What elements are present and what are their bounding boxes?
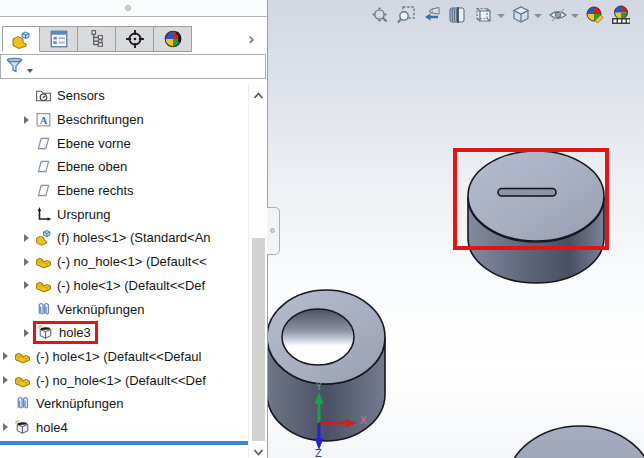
configurationmanager-tab-icon xyxy=(87,29,107,49)
triad-y-label: Y xyxy=(315,381,323,392)
scroll-up-icon[interactable] xyxy=(252,88,265,100)
expand-arrow-icon[interactable] xyxy=(3,423,8,431)
zoom-to-area-button[interactable] xyxy=(396,5,416,25)
part-hole3-cylinder[interactable] xyxy=(468,151,604,283)
part-component-icon xyxy=(35,277,52,294)
tree-item-hole-1-default-def[interactable]: (-) hole<1> (Default<<Def xyxy=(0,274,248,298)
splitter-dot[interactable] xyxy=(125,5,131,11)
scroll-down-icon[interactable] xyxy=(252,444,265,456)
featuremanager-tab-icon xyxy=(10,29,32,49)
tab-displaymanager[interactable] xyxy=(154,26,192,52)
tree-scrollbar[interactable] xyxy=(248,84,266,458)
tree-item-sensors[interactable]: Sensors xyxy=(0,84,248,108)
tree-item-label: Verknüpfungen xyxy=(57,302,144,317)
expand-arrow-icon[interactable] xyxy=(24,329,29,337)
tree-item-hole4[interactable]: hole4 xyxy=(0,416,248,440)
part-component-icon xyxy=(14,348,31,365)
tree-item-ebene-vorne[interactable]: Ebene vorne xyxy=(0,131,248,155)
slot-feature[interactable] xyxy=(498,189,556,197)
displaymanager-tab-icon xyxy=(163,29,183,49)
panel-splitter-handle[interactable] xyxy=(267,207,280,255)
part-bottom-right-ring[interactable] xyxy=(507,426,644,458)
mates-icon xyxy=(14,395,31,412)
apply-scene-button[interactable] xyxy=(611,5,631,25)
expand-arrow-icon[interactable] xyxy=(3,376,8,384)
tree-item-verkn-pfungen[interactable]: Verknüpfungen xyxy=(0,297,248,321)
zoom-to-area-icon xyxy=(396,5,416,25)
tree-item-label: (-) hole<1> (Default<<Def xyxy=(57,278,205,293)
tab-featuremanager[interactable] xyxy=(2,26,40,52)
highlight-box-hole3: hole3 xyxy=(33,321,98,344)
tree-item-label: (f) holes<1> (Standard<An xyxy=(57,230,211,245)
view-orientation-button[interactable] xyxy=(474,5,505,25)
expand-arrow-icon[interactable] xyxy=(24,116,29,124)
mates-icon xyxy=(35,301,52,318)
display-style-icon xyxy=(511,5,531,25)
tree-item-label: Ursprung xyxy=(57,207,110,222)
rollback-bar[interactable] xyxy=(0,441,248,445)
solidworks-window: { "sidebar": { "tabs": [ {"name": "featu… xyxy=(0,0,644,458)
hole-feature-icon xyxy=(37,324,54,341)
apply-scene-icon xyxy=(611,5,631,25)
origin-icon xyxy=(35,206,52,223)
tree-item-beschriftungen[interactable]: ABeschriftungen xyxy=(0,108,248,132)
tree-item-no-hole-1-default-def[interactable]: (-) no_hole<1> (Default<<Def xyxy=(0,368,248,392)
tree-item-hole-1-default-defaul[interactable]: (-) hole<1> (Default<<Defaul xyxy=(0,345,248,369)
tree-filter-bar[interactable] xyxy=(0,54,266,79)
annotations-icon: A xyxy=(35,111,52,128)
part-component-icon xyxy=(35,253,52,270)
part-component-icon xyxy=(14,372,31,389)
expand-arrow-icon[interactable] xyxy=(24,234,29,242)
manager-tabs xyxy=(2,26,192,52)
hide-show-items-button[interactable] xyxy=(548,5,579,25)
tree-item-label: Ebene rechts xyxy=(57,183,134,198)
tree-item-label: (-) hole<1> (Default<<Defaul xyxy=(36,349,201,364)
tree-item-no-hole-1-default[interactable]: (-) no_hole<1> (Default<< xyxy=(0,250,248,274)
dropdown-caret-icon[interactable] xyxy=(497,14,505,18)
expand-arrow-icon[interactable] xyxy=(24,281,29,289)
triad-x-label: X xyxy=(360,415,367,426)
tree-item-label: hole4 xyxy=(36,420,68,435)
propertymanager-tab-icon xyxy=(49,29,69,49)
dropdown-caret-icon[interactable] xyxy=(571,14,579,18)
zoom-to-fit-button[interactable] xyxy=(370,5,390,25)
section-view-icon xyxy=(448,5,468,25)
scrollbar-thumb[interactable] xyxy=(252,238,265,441)
plane-icon xyxy=(35,182,52,199)
expand-arrow-icon[interactable] xyxy=(24,258,29,266)
tree-item-ebene-rechts[interactable]: Ebene rechts xyxy=(0,179,248,203)
tree-item-ursprung[interactable]: Ursprung xyxy=(0,202,248,226)
tree-item-label: Ebene oben xyxy=(57,159,127,174)
filter-funnel-icon[interactable] xyxy=(5,56,24,78)
graphics-viewport[interactable]: Y X Z xyxy=(268,0,644,458)
edit-appearance-button[interactable] xyxy=(585,5,605,25)
tree-item-f-holes-1-standard-an[interactable]: (f) holes<1> (Standard<An xyxy=(0,226,248,250)
part-center-ring[interactable] xyxy=(268,290,385,441)
tab-propertymanager[interactable] xyxy=(40,26,78,52)
expand-arrow-icon[interactable] xyxy=(3,352,8,360)
tab-dimxpertmanager[interactable] xyxy=(116,26,154,52)
splitter-handle-dot xyxy=(270,228,275,233)
panel-top-strip xyxy=(0,0,267,17)
tree-item-hole3[interactable]: hole3 xyxy=(0,321,248,345)
tree-item-label: (-) no_hole<1> (Default<<Def xyxy=(36,373,206,388)
tree-item-verkn-pfungen[interactable]: Verknüpfungen xyxy=(0,392,248,416)
previous-view-button[interactable] xyxy=(422,5,442,25)
section-view-button[interactable] xyxy=(448,5,468,25)
dimxpert-tab-icon xyxy=(125,29,145,49)
svg-text:A: A xyxy=(40,115,48,126)
zoom-to-fit-icon xyxy=(370,5,390,25)
model-geometry[interactable]: Y X Z xyxy=(268,0,644,458)
display-style-button[interactable] xyxy=(511,5,542,25)
dropdown-caret-icon[interactable] xyxy=(534,14,542,18)
tree-item-label: Verknüpfungen xyxy=(36,396,123,411)
tree-item-ebene-oben[interactable]: Ebene oben xyxy=(0,155,248,179)
feature-tree: SensorsABeschriftungenEbene vorneEbene o… xyxy=(0,84,248,441)
triad-z-label: Z xyxy=(315,448,322,458)
tab-configurationmanager[interactable] xyxy=(78,26,116,52)
filter-dropdown-caret[interactable] xyxy=(27,69,33,73)
tab-overflow-arrow[interactable]: › xyxy=(248,28,255,50)
tree-item-label: hole3 xyxy=(59,325,91,340)
plane-icon xyxy=(35,158,52,175)
tree-item-label: Beschriftungen xyxy=(57,112,144,127)
